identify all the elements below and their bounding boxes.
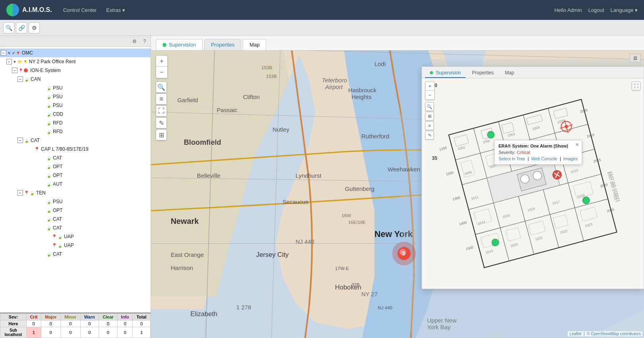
svg-text:Lodi: Lodi: [375, 61, 386, 67]
tree-item-aut[interactable]: 🍃 AUT: [0, 180, 151, 188]
tree-item-ny2[interactable]: − ▼ 📁 ▼ NY 2 Park Office Rent: [0, 57, 151, 66]
tree-item-can[interactable]: − 🍃 CAN: [0, 75, 151, 84]
zoom-out-button[interactable]: −: [156, 67, 167, 78]
link-button[interactable]: 🔗: [16, 22, 27, 33]
nav-language[interactable]: Language ▾: [611, 7, 638, 13]
svg-text:Harrison: Harrison: [171, 265, 193, 271]
tree-label-cat1: CAT: [31, 138, 40, 143]
supervision-status-dot: [162, 43, 166, 47]
tree-label-ione: ION-E System: [30, 68, 61, 73]
tree-item-psu1[interactable]: 🍃 PSU: [0, 84, 151, 92]
tree-item-opt1[interactable]: 🍃 OPT: [0, 162, 151, 171]
fp-tab-map[interactable]: Map: [500, 68, 519, 78]
row-sub-major: 0: [41, 327, 60, 338]
tree-item-capl[interactable]: 📍 CAP L 7/80-85/17E/19: [0, 145, 151, 153]
tree-container: − ▼ ✓ ▼ OMC − ▼ 📁 ▼ NY 2 Park Office Ren…: [0, 47, 151, 313]
tree-item-opt2[interactable]: 🍃 OPT: [0, 171, 151, 180]
tree-item-cat5[interactable]: 🍃 CAT: [0, 250, 151, 258]
settings-button[interactable]: ⚙: [29, 22, 40, 33]
expand-ione[interactable]: −: [12, 68, 17, 73]
search-button[interactable]: 🔍: [3, 22, 14, 33]
svg-text:Rutherford: Rutherford: [361, 133, 389, 140]
layers-button[interactable]: ≡: [156, 93, 167, 105]
tree-item-psu2[interactable]: 🍃 PSU: [0, 92, 151, 101]
fp-supervision-dot: [430, 71, 433, 74]
tree-item-psu3[interactable]: 🍃 PSU: [0, 101, 151, 110]
zoom-in-button[interactable]: +: [156, 56, 167, 67]
col-clear: Clear: [99, 314, 118, 321]
tree-item-uap1[interactable]: 📍 🍃 UAP: [0, 232, 151, 241]
tree-item-rfd2[interactable]: 🍃 RFD: [0, 127, 151, 136]
row-here-info: 0: [118, 321, 133, 327]
svg-text:Newark: Newark: [171, 217, 199, 225]
svg-text:Passaic: Passaic: [217, 107, 238, 113]
tree-item-psu4[interactable]: 🍃 PSU: [0, 197, 151, 206]
nav-control-center[interactable]: Control Center: [63, 7, 97, 13]
expand-can[interactable]: −: [17, 76, 23, 82]
main-tabs-bar: Supervision Properties Map: [151, 36, 644, 51]
left-panel: ⚙ ? − ▼ ✓ ▼ OMC − ▼ 📁 ▼: [0, 36, 151, 338]
status-row-here: Here 0 0 0 0 0 0 0: [0, 321, 151, 327]
nav-right: Hello Admin Logout Language ▾: [554, 7, 638, 13]
expand-ny2[interactable]: −: [6, 59, 12, 64]
alarm-web-console-link[interactable]: Web Console: [531, 156, 557, 161]
fp-search-button[interactable]: 🔍: [425, 102, 434, 111]
tab-properties[interactable]: Properties: [204, 39, 241, 50]
svg-text:NY 27: NY 27: [361, 291, 377, 297]
tools-button[interactable]: ⊞: [156, 129, 167, 140]
edit-button[interactable]: ✎: [156, 117, 167, 128]
tree-item-uap2[interactable]: 📍 🍃 UAP: [0, 241, 151, 250]
floorplan-svg: 1001 1002 1003 1004 1005 1006 1007 1009 …: [422, 78, 644, 289]
nav-logout[interactable]: Logout: [588, 7, 604, 13]
expand-ten[interactable]: −: [17, 190, 23, 196]
alarm-images-link[interactable]: Images: [563, 156, 578, 161]
tree-item-cat2[interactable]: 🍃 CAT: [0, 153, 151, 162]
fp-tab-properties[interactable]: Properties: [467, 68, 499, 78]
tree-item-cdd[interactable]: 🍃 CDD: [0, 110, 151, 118]
locate-button[interactable]: 🔍: [156, 82, 167, 93]
alarm-severity: Critical: [516, 150, 530, 155]
fp-zoom-out[interactable]: −: [425, 91, 434, 99]
tree-item-omc[interactable]: − ▼ ✓ ▼ OMC: [0, 49, 151, 57]
tree-help-button[interactable]: ?: [140, 37, 149, 46]
alarm-severity-row: Severity: Critical: [499, 150, 578, 155]
svg-text:NJ 440: NJ 440: [378, 305, 393, 310]
leaflet-link[interactable]: Leaflet: [569, 332, 581, 336]
fp-expand-button[interactable]: ⛶: [632, 82, 640, 90]
svg-text:Belleville: Belleville: [197, 173, 220, 179]
row-sub-clear: 0: [99, 327, 118, 338]
floorplan-tabs: Supervision Properties Map: [422, 67, 644, 78]
fp-fullscreen-button[interactable]: ⊞: [425, 112, 434, 120]
fp-layers-button[interactable]: ≡: [425, 121, 434, 130]
fullscreen-button[interactable]: ⛶: [156, 105, 167, 117]
svg-text:16E/18E: 16E/18E: [348, 220, 366, 225]
row-sub-crit: 1: [26, 327, 41, 338]
fp-tab-supervision[interactable]: Supervision: [425, 68, 466, 78]
fp-zoom-in[interactable]: +: [425, 82, 434, 91]
app-name: A.I.M.O.S.: [22, 6, 52, 14]
alarm-close-button[interactable]: ✕: [575, 142, 579, 148]
tab-supervision[interactable]: Supervision: [156, 39, 203, 50]
tree-item-cat1[interactable]: − 🍃 CAT: [0, 136, 151, 145]
tree-item-ione[interactable]: − 📍 ION-E System: [0, 66, 151, 75]
tree-settings-button[interactable]: ⚙: [130, 37, 139, 46]
alarm-select-tree-link[interactable]: Select in Tree: [499, 156, 525, 161]
tree-item-rfd1[interactable]: 🍃 RFD: [0, 118, 151, 127]
expand-omc[interactable]: −: [1, 50, 6, 56]
tree-item-cat3[interactable]: 🍃 CAT: [0, 215, 151, 223]
tree-item-ten[interactable]: − 📍 🍃 TEN: [0, 188, 151, 197]
row-sub-total: 1: [133, 327, 151, 338]
fp-edit-button[interactable]: ✎: [425, 131, 434, 140]
image-badge[interactable]: 🖼: [630, 54, 641, 62]
row-sub-minor: 0: [60, 327, 80, 338]
row-sub-warn: 0: [80, 327, 99, 338]
row-sub-label: Sublocalhost: [0, 327, 27, 338]
nav-extras[interactable]: Extras ▾: [106, 7, 125, 13]
tree-item-cat4[interactable]: 🍃 CAT: [0, 223, 151, 232]
svg-text:Elizabeth: Elizabeth: [190, 310, 217, 318]
tab-map[interactable]: Map: [243, 39, 266, 50]
nav-hello: Hello Admin: [554, 7, 582, 13]
osm-link[interactable]: © OpenStreetMap contributors: [587, 332, 641, 336]
tree-item-opt3[interactable]: 🍃 OPT: [0, 206, 151, 215]
expand-cat1[interactable]: −: [17, 138, 23, 143]
